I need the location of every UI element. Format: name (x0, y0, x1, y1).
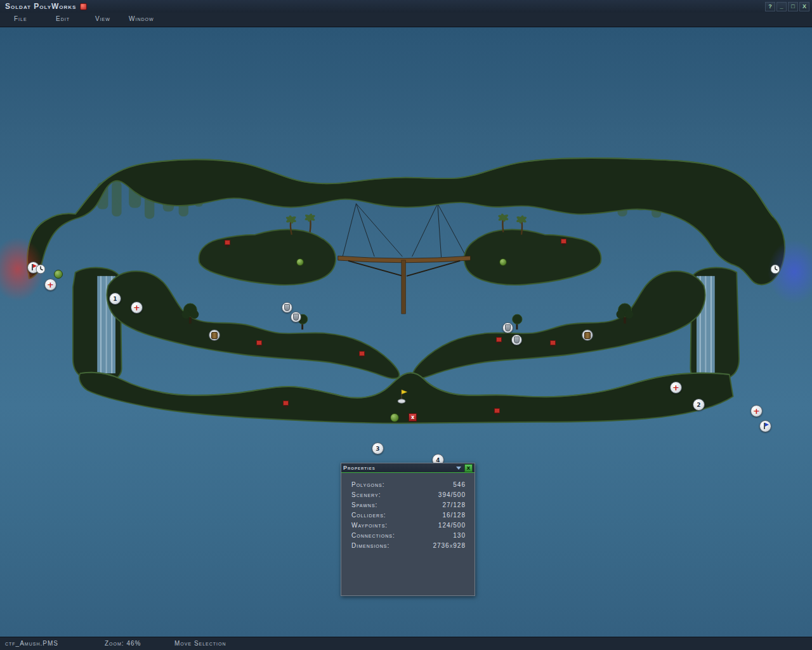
menu-view[interactable]: View (95, 15, 110, 22)
small-red-flag-icon[interactable] (496, 337, 502, 342)
maximize-button[interactable]: □ (788, 2, 798, 11)
shield-icon (505, 324, 511, 331)
terrain-island-right[interactable] (464, 230, 601, 285)
status-zoom: Zoom: 46% (105, 640, 141, 647)
property-row-waypoints: Waypoints: 124/500 (351, 522, 466, 532)
property-row-dimensions: Dimensions: 2736x928 (351, 542, 466, 552)
keg-icon (584, 332, 591, 339)
grenade-kit-marker[interactable] (296, 258, 304, 266)
grenade-kit-marker[interactable] (54, 270, 63, 279)
property-label: Waypoints: (351, 522, 388, 532)
shield-icon (514, 336, 520, 343)
property-label: Scenery: (351, 491, 381, 501)
property-value: 2736x928 (433, 542, 466, 552)
property-row-colliders: Colliders: 16/128 (351, 512, 466, 522)
property-value: 16/128 (442, 512, 466, 522)
statue-marker[interactable] (282, 302, 292, 313)
bridge-ropes[interactable] (343, 204, 466, 258)
panel-close-button[interactable]: x (464, 464, 473, 472)
help-button[interactable]: ? (765, 2, 775, 11)
property-row-connections: Connections: 130 (351, 532, 466, 542)
medkit-marker[interactable]: + (670, 381, 682, 394)
barrel-marker[interactable] (209, 329, 220, 341)
palm-leaves (285, 213, 527, 224)
medkit-cross-icon: + (47, 281, 54, 289)
properties-panel-titlebar[interactable]: Properties x (341, 463, 475, 473)
small-red-flag-icon[interactable] (550, 340, 556, 345)
spawn-number-label: 2 (697, 402, 700, 408)
properties-panel-body: Polygons: 546 Scenery: 394/500 Spawns: 2… (341, 473, 475, 552)
menu-edit[interactable]: Edit (56, 15, 70, 22)
menu-bar: File Edit View Window (0, 13, 812, 27)
close-button[interactable]: X (799, 2, 809, 11)
small-red-flag-icon[interactable] (256, 340, 262, 345)
status-mode: Move Selection (174, 640, 226, 647)
grenade-kit-marker[interactable] (499, 258, 507, 266)
medkit-cross-icon: + (753, 407, 760, 415)
terrain-midfloor-left[interactable] (107, 271, 400, 378)
shield-icon (284, 304, 290, 311)
blue-flag-spawn-marker[interactable] (759, 420, 771, 432)
flamer-kit-marker[interactable]: x (409, 413, 417, 421)
spawn-marker-1[interactable]: 1 (109, 293, 121, 305)
properties-panel-title: Properties (343, 465, 456, 471)
rollup-chevron-icon[interactable] (456, 467, 461, 470)
property-label: Spawns: (351, 501, 377, 512)
title-badge-icon (80, 3, 87, 10)
statue-marker[interactable] (291, 312, 301, 322)
yellow-flag-statue-marker[interactable] (396, 387, 408, 406)
property-row-polygons: Polygons: 546 (351, 481, 466, 491)
property-row-spawns: Spawns: 27/128 (351, 501, 466, 512)
spawn-number-label: 4 (436, 457, 440, 463)
properties-panel: Properties x Polygons: 546 Scenery: 394/… (341, 463, 475, 596)
spawn-marker-2[interactable]: 2 (693, 399, 705, 411)
statue-marker[interactable] (502, 322, 513, 333)
property-label: Polygons: (351, 481, 385, 491)
small-red-flag-icon[interactable] (225, 240, 230, 245)
menu-file[interactable]: File (14, 15, 27, 22)
property-value: 394/500 (438, 491, 466, 501)
property-value: 124/500 (438, 522, 466, 532)
medkit-cross-icon: + (133, 303, 140, 312)
polyworks-window: { "window": { "title": "Soldat PolyWorks… (0, 0, 812, 650)
blue-flag-icon (765, 423, 769, 427)
small-red-flag-icon[interactable] (283, 401, 289, 406)
keg-icon (211, 332, 218, 339)
status-filename: ctf_Amush.PMS (5, 640, 58, 647)
medkit-marker[interactable]: + (750, 405, 763, 417)
spawn-number-label: 1 (113, 296, 117, 302)
menu-window[interactable]: Window (129, 15, 154, 22)
clock-marker-left[interactable] (36, 264, 46, 277)
title-bar[interactable]: Soldat PolyWorks ? _ □ X (0, 0, 812, 13)
shield-icon (293, 314, 299, 321)
property-label: Connections: (351, 532, 395, 542)
small-red-flag-icon[interactable] (359, 351, 365, 356)
window-title: Soldat PolyWorks (0, 2, 76, 11)
property-row-scenery: Scenery: 394/500 (351, 491, 466, 501)
palm-trees (291, 218, 522, 235)
property-label: Dimensions: (351, 542, 390, 552)
property-value: 27/128 (442, 501, 466, 512)
spawn-marker-3[interactable]: 3 (372, 442, 384, 454)
minimize-button[interactable]: _ (776, 2, 787, 11)
medkit-marker[interactable]: + (131, 302, 143, 314)
small-red-flag-icon[interactable] (494, 408, 500, 413)
property-label: Colliders: (351, 512, 386, 522)
terrain-island-left[interactable] (199, 230, 336, 285)
window-controls: ? _ □ X (765, 2, 809, 11)
barrel-marker[interactable] (582, 329, 593, 341)
grenade-kit-marker[interactable] (390, 413, 399, 422)
property-value: 130 (453, 532, 466, 542)
statue-marker[interactable] (511, 335, 522, 345)
box-x-icon: x (411, 415, 414, 420)
terrain-midfloor-right[interactable] (412, 271, 705, 378)
spawn-number-label: 3 (376, 446, 379, 452)
property-value: 546 (453, 481, 466, 491)
status-bar: ctf_Amush.PMS Zoom: 46% Move Selection (0, 637, 812, 650)
medkit-cross-icon: + (672, 383, 679, 392)
bridge-support (348, 260, 460, 314)
clock-marker-right[interactable] (770, 264, 780, 277)
small-red-flag-icon[interactable] (561, 239, 566, 244)
medkit-marker[interactable]: + (44, 279, 56, 291)
